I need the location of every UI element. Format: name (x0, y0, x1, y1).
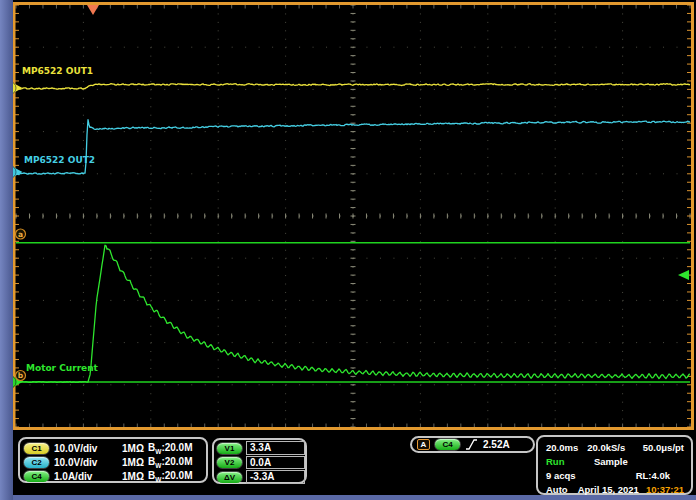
record-length: RL:4.0k (636, 470, 670, 481)
trigger-a-badge[interactable]: A (417, 439, 430, 450)
window-frame-bottom (0, 495, 696, 500)
acquisition-count: 9 acqs (546, 470, 576, 481)
scope-overlay: 1 2 4 a b MP6522 OUT1 MP6522 OUT2 Motor … (0, 0, 696, 432)
trigger-readout-panel[interactable]: A C4 2.52A (410, 436, 535, 453)
cursor-delta-value: -3.3A (246, 470, 305, 484)
horizontal-settings-row: 20.0ms 20.0kS/s 50.0μs/pt (546, 440, 684, 454)
trace-label-out1: MP6522 OUT1 (22, 66, 93, 76)
channel4-impedance: 1MΩ (122, 471, 148, 482)
oscilloscope-screen: { "colors": { "bezel": "#e2992f", "ch1":… (0, 0, 696, 500)
cursor-v2-row[interactable]: V2 0.0A (217, 456, 305, 471)
cursor-v1-row[interactable]: V1 3.3A (217, 441, 305, 456)
rising-edge-slope-icon (465, 438, 478, 451)
channel1-scale: 10.0V/div (54, 443, 122, 454)
channel2-impedance: 1MΩ (122, 457, 148, 468)
cursor-a-handle[interactable]: a (16, 229, 26, 239)
trace-label-motor-current: Motor Current (26, 363, 99, 373)
cursor-a-label: a (18, 230, 23, 239)
channel-settings-panel[interactable]: C1 10.0V/div 1MΩ BW:20.0M C2 10.0V/div 1… (18, 437, 208, 483)
time-per-point-value: 50.0μs/pt (643, 442, 684, 453)
cursor-b-handle[interactable]: b (16, 371, 26, 381)
channel2-settings-row[interactable]: C2 10.0V/div 1MΩ BW:20.0M (24, 455, 206, 469)
channel4-bandwidth: BW:20.0M (148, 470, 193, 483)
channel4-settings-row[interactable]: C4 1.0A/div 1MΩ BW:20.0M (24, 469, 206, 483)
channel4-scale: 1.0A/div (54, 471, 122, 482)
trace-label-out2: MP6522 OUT2 (24, 155, 95, 165)
window-frame-left (0, 0, 13, 500)
cursor-v1-value: 3.3A (246, 441, 305, 455)
cursor-v2-value: 0.0A (246, 456, 305, 470)
acquisition-status-panel[interactable]: 20.0ms 20.0kS/s 50.0μs/pt Run Sample 9 a… (536, 435, 693, 495)
trigger-level-value: 2.52A (483, 439, 510, 450)
channel1-badge[interactable]: C1 (24, 443, 49, 454)
trigger-position-marker[interactable] (87, 5, 99, 15)
acquisition-mode: Sample (594, 456, 628, 467)
run-state: Run (546, 456, 594, 467)
trigger-source-badge[interactable]: C4 (435, 439, 460, 450)
cursor-v1-badge[interactable]: V1 (217, 443, 242, 454)
cursor-v2-badge[interactable]: V2 (217, 457, 242, 468)
channel1-settings-row[interactable]: C1 10.0V/div 1MΩ BW:20.0M (24, 441, 206, 455)
acquisition-count-row: 9 acqs RL:4.0k (546, 468, 684, 482)
cursor-readout-panel[interactable]: V1 3.3A V2 0.0A ΔV -3.3A (212, 438, 307, 484)
trigger-mode: Auto (546, 484, 568, 495)
run-state-row: Run Sample (546, 454, 684, 468)
channel1-bandwidth: BW:20.0M (148, 442, 193, 455)
trigger-level-arrow[interactable] (678, 270, 689, 280)
time-value: 10:37:21 (646, 484, 684, 495)
channel2-bandwidth: BW:20.0M (148, 456, 193, 469)
graticule-bezel (14, 4, 693, 429)
sample-rate-value: 20.0kS/s (587, 442, 625, 453)
cursor-delta-badge[interactable]: ΔV (217, 472, 242, 483)
timebase-value: 20.0ms (546, 442, 578, 453)
channel2-badge[interactable]: C2 (24, 457, 49, 468)
channel2-scale: 10.0V/div (54, 457, 122, 468)
cursor-delta-row[interactable]: ΔV -3.3A (217, 470, 305, 485)
date-value: April 15, 2021 (578, 484, 639, 495)
channel4-badge[interactable]: C4 (24, 471, 49, 482)
channel1-impedance: 1MΩ (122, 443, 148, 454)
cursor-b-label: b (18, 371, 24, 380)
